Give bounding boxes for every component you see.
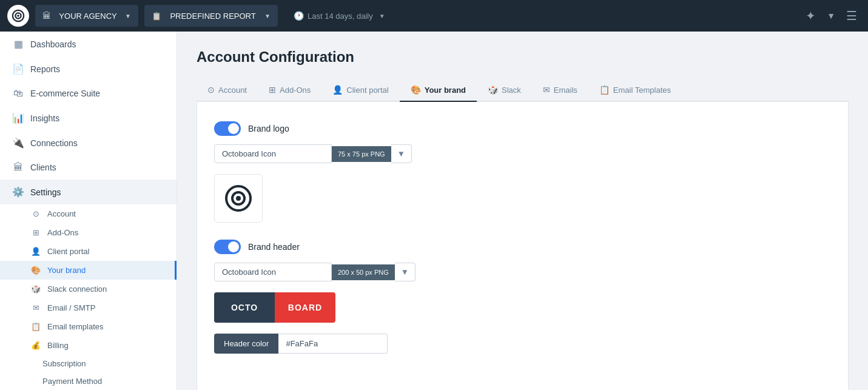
- email-templates-icon: 📋: [30, 322, 41, 331]
- sidebar-sub-billing[interactable]: 💰 Billing: [0, 336, 177, 355]
- brand-logo-file-input[interactable]: [214, 144, 332, 163]
- agency-dropdown-icon: ▼: [125, 13, 131, 19]
- tab-slack[interactable]: 🎲 Slack: [477, 79, 532, 102]
- brand-header-toggle[interactable]: [214, 240, 241, 254]
- brand-header-file-row: 200 x 50 px PNG ▼: [214, 263, 831, 281]
- sidebar-billing-label: Billing: [47, 341, 69, 350]
- sidebar-sub-email-templates[interactable]: 📋 Email templates: [0, 317, 177, 336]
- sidebar-sub-addons[interactable]: ⊞ Add-Ons: [0, 223, 177, 242]
- app-logo: [7, 5, 29, 27]
- brand-header-badge: 200 x 50 px PNG: [332, 264, 395, 280]
- reports-icon: 📄: [12, 63, 24, 75]
- sidebar-sub-subscription[interactable]: Subscription: [0, 355, 177, 372]
- sidebar-item-insights[interactable]: 📊 Insights: [0, 106, 177, 130]
- addons-icon: ⊞: [30, 228, 41, 237]
- sidebar-subscription-label: Subscription: [42, 359, 86, 368]
- insights-icon: 📊: [12, 112, 24, 124]
- header-color-input[interactable]: [278, 334, 388, 354]
- header-color-button[interactable]: Header color: [214, 334, 278, 354]
- date-dropdown-icon: ▼: [379, 13, 385, 19]
- tab-addons-icon: ⊞: [269, 85, 276, 95]
- sidebar-settings-label: Settings: [30, 187, 61, 197]
- sidebar-your-brand-label: Your brand: [47, 266, 86, 275]
- tab-account-label: Account: [218, 86, 247, 95]
- brand-header-slider: [214, 240, 241, 254]
- brand-logo-dropdown-button[interactable]: ▼: [391, 144, 412, 163]
- your-brand-icon: 🎨: [30, 266, 41, 275]
- topbar-dropdown-button[interactable]: ▼: [823, 7, 839, 24]
- sidebar-sub-your-brand[interactable]: 🎨 Your brand: [0, 261, 177, 280]
- sidebar-item-ecommerce[interactable]: 🛍 E-commerce Suite: [0, 81, 177, 106]
- sidebar-connections-label: Connections: [30, 138, 78, 148]
- sidebar-sub-email-smtp[interactable]: ✉ Email / SMTP: [0, 298, 177, 317]
- svg-point-2: [17, 15, 19, 17]
- menu-button[interactable]: ☰: [843, 5, 861, 27]
- sidebar-client-portal-label: Client portal: [47, 247, 89, 256]
- report-selector[interactable]: 📋 PREDEFINED REPORT ▼: [144, 5, 278, 27]
- topbar: 🏛 YOUR AGENCY ▼ 📋 PREDEFINED REPORT ▼ 🕐 …: [0, 0, 868, 32]
- header-color-row: Header color: [214, 334, 831, 354]
- agency-icon: 🏛: [42, 11, 51, 21]
- sidebar-insights-label: Insights: [30, 113, 59, 123]
- agency-label: YOUR AGENCY: [56, 12, 120, 21]
- sidebar-sub-client-portal[interactable]: 👤 Client portal: [0, 242, 177, 261]
- octoboard-header-image: OCTO BOARD: [214, 292, 335, 323]
- tab-account-icon: ⊙: [207, 85, 215, 95]
- sidebar-slack-label: Slack connection: [47, 284, 107, 294]
- svg-point-5: [236, 196, 241, 201]
- topbar-right: ✦ ▼ ☰: [802, 5, 861, 27]
- sidebar-item-reports[interactable]: 📄 Reports: [0, 56, 177, 81]
- tab-addons[interactable]: ⊞ Add-Ons: [258, 79, 321, 102]
- sidebar-addons-label: Add-Ons: [47, 228, 78, 237]
- brand-header-dropdown-button[interactable]: ▼: [395, 263, 415, 281]
- sparkle-button[interactable]: ✦: [802, 5, 819, 27]
- brand-logo-label: Brand logo: [248, 124, 289, 133]
- sidebar-email-smtp-label: Email / SMTP: [47, 303, 95, 312]
- sidebar-email-templates-label: Email templates: [47, 322, 103, 331]
- settings-icon: ⚙️: [12, 186, 24, 198]
- sidebar-item-connections[interactable]: 🔌 Connections: [0, 130, 177, 155]
- sidebar-item-dashboards[interactable]: ▦ Dashboards: [0, 32, 177, 56]
- tab-emails-label: Emails: [554, 86, 577, 95]
- date-label: Last 14 days, daily: [308, 12, 373, 21]
- brand-header-label: Brand header: [248, 242, 300, 252]
- brand-logo-preview: [214, 174, 263, 223]
- brand-logo-toggle-row: Brand logo: [214, 121, 831, 136]
- brand-logo-slider: [214, 121, 241, 136]
- sidebar: ▦ Dashboards 📄 Reports 🛍 E-commerce Suit…: [0, 32, 177, 390]
- tab-slack-label: Slack: [502, 86, 521, 95]
- brand-header-file-input[interactable]: [214, 263, 332, 281]
- tab-emails[interactable]: ✉ Emails: [532, 79, 588, 102]
- octo-left: OCTO: [214, 292, 275, 323]
- report-dropdown-icon: ▼: [264, 13, 271, 19]
- report-icon: 📋: [152, 12, 161, 21]
- brand-logo-toggle[interactable]: [214, 121, 241, 136]
- sidebar-item-clients[interactable]: 🏛 Clients: [0, 155, 177, 180]
- tab-client-portal[interactable]: 👤 Client portal: [321, 79, 399, 102]
- brand-header-section: Brand header 200 x 50 px PNG ▼ OCTO BOAR…: [214, 240, 831, 354]
- tab-email-templates[interactable]: 📋 Email Templates: [588, 79, 682, 102]
- settings-tabs: ⊙ Account ⊞ Add-Ons 👤 Client portal 🎨 Yo…: [197, 79, 849, 102]
- billing-icon: 💰: [30, 341, 41, 350]
- tab-account[interactable]: ⊙ Account: [197, 79, 258, 102]
- agency-selector[interactable]: 🏛 YOUR AGENCY ▼: [35, 5, 138, 27]
- brand-logo-file-row: 75 x 75 px PNG ▼: [214, 144, 831, 163]
- sidebar-sub-payment-method[interactable]: Payment Method: [0, 372, 177, 390]
- sidebar-dashboards-label: Dashboards: [30, 39, 76, 49]
- tab-emails-icon: ✉: [543, 85, 550, 95]
- tab-client-portal-label: Client portal: [346, 86, 388, 95]
- sidebar-account-label: Account: [47, 209, 76, 218]
- page-title: Account Configuration: [197, 49, 849, 66]
- brand-header-toggle-row: Brand header: [214, 240, 831, 254]
- sidebar-item-settings[interactable]: ⚙️ Settings: [0, 180, 177, 204]
- sidebar-sub-slack[interactable]: 🎲 Slack connection: [0, 280, 177, 298]
- client-portal-icon: 👤: [30, 247, 41, 256]
- sidebar-sub-account[interactable]: ⊙ Account: [0, 204, 177, 223]
- dashboards-icon: ▦: [12, 38, 24, 50]
- email-smtp-icon: ✉: [30, 303, 41, 312]
- tab-your-brand[interactable]: 🎨 Your brand: [400, 79, 477, 102]
- date-filter[interactable]: 🕐 Last 14 days, daily ▼: [286, 7, 392, 24]
- sidebar-ecommerce-label: E-commerce Suite: [30, 89, 100, 98]
- main-layout: ▦ Dashboards 📄 Reports 🛍 E-commerce Suit…: [0, 32, 868, 390]
- brand-logo-section: Brand logo 75 x 75 px PNG ▼: [214, 121, 831, 223]
